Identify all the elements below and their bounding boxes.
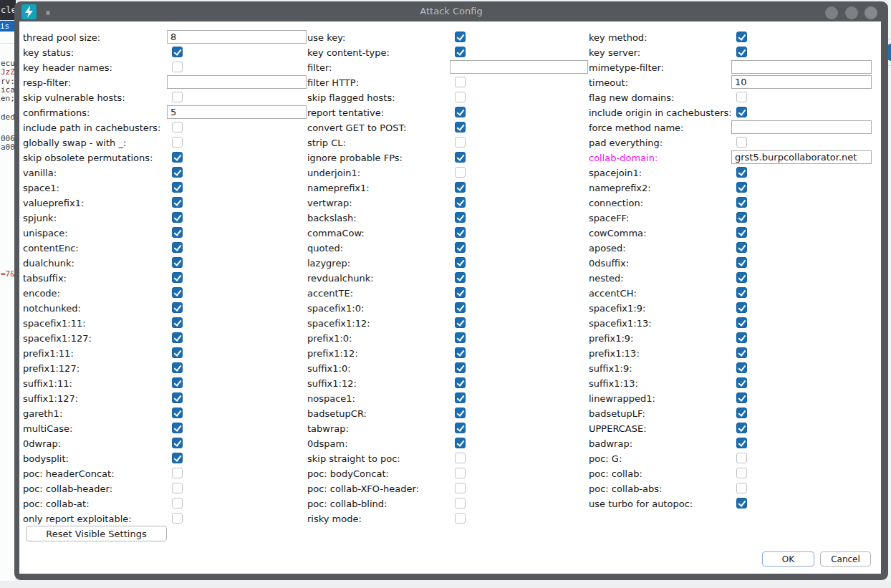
cowcomma-checkbox[interactable]	[736, 227, 747, 238]
spacejoin1-checkbox[interactable]	[736, 167, 747, 178]
accentte-checkbox[interactable]	[455, 287, 466, 298]
badsetupcr-checkbox[interactable]	[455, 408, 466, 418]
nameprefix2-checkbox[interactable]	[736, 182, 747, 193]
key-method-checkbox[interactable]	[736, 32, 747, 42]
key-header-names-checkbox[interactable]	[172, 62, 183, 72]
skip-vulnerable-hosts-checkbox[interactable]	[172, 92, 183, 102]
spacefix1-127-checkbox[interactable]	[172, 332, 183, 343]
vertwrap-checkbox[interactable]	[455, 197, 466, 208]
poc-bodyconcat-checkbox[interactable]	[455, 468, 466, 478]
ok-button[interactable]: OK	[762, 551, 814, 567]
key-content-type-checkbox[interactable]	[455, 47, 466, 57]
prefix1-0-checkbox[interactable]	[455, 332, 466, 343]
poc-g-checkbox[interactable]	[736, 453, 747, 463]
0dspam-checkbox[interactable]	[455, 438, 466, 448]
filter-input[interactable]	[450, 60, 588, 74]
poc-collab-at-checkbox[interactable]	[172, 498, 183, 509]
spjunk-checkbox[interactable]	[172, 212, 183, 223]
suffix1-11-checkbox[interactable]	[172, 377, 183, 388]
multicase-checkbox[interactable]	[172, 423, 183, 433]
poc-headerconcat-checkbox[interactable]	[172, 468, 183, 478]
suffix1-12-checkbox[interactable]	[455, 377, 466, 388]
vanilla-checkbox[interactable]	[172, 167, 183, 178]
poc-collab-xfo-header-checkbox[interactable]	[455, 483, 466, 493]
accentch-checkbox[interactable]	[736, 287, 747, 298]
suffix1-127-checkbox[interactable]	[172, 392, 183, 403]
cancel-button[interactable]: Cancel	[820, 551, 871, 567]
badsetuplf-checkbox[interactable]	[736, 408, 747, 418]
use-turbo-for-autopoc-checkbox[interactable]	[736, 498, 747, 509]
filter-http-checkbox[interactable]	[455, 77, 466, 87]
prefix1-13-checkbox[interactable]	[736, 347, 747, 358]
nested-checkbox[interactable]	[736, 272, 747, 283]
flag-new-domains-checkbox[interactable]	[736, 92, 747, 102]
commacow-checkbox[interactable]	[455, 227, 466, 238]
globally-swap-with-checkbox[interactable]	[172, 137, 183, 148]
suffix1-0-checkbox[interactable]	[455, 362, 466, 373]
space1-checkbox[interactable]	[172, 182, 183, 193]
use-key-checkbox[interactable]	[455, 32, 466, 42]
ignore-probable-fps-checkbox[interactable]	[455, 152, 466, 163]
include-origin-in-cachebusters-checkbox[interactable]	[736, 107, 747, 117]
contentenc-checkbox[interactable]	[172, 242, 183, 253]
prefix1-127-checkbox[interactable]	[172, 362, 183, 373]
badwrap-checkbox[interactable]	[736, 438, 747, 448]
spacefix1-11-checkbox[interactable]	[172, 317, 183, 328]
0dwrap-checkbox[interactable]	[172, 438, 183, 448]
titlebar[interactable]: Attack Config	[14, 1, 888, 21]
tabsuffix-checkbox[interactable]	[172, 272, 183, 283]
uppercase-checkbox[interactable]	[736, 423, 747, 433]
skip-obsolete-permutations-checkbox[interactable]	[172, 152, 183, 163]
report-tentative-checkbox[interactable]	[455, 107, 466, 117]
underjoin1-checkbox[interactable]	[455, 167, 466, 178]
prefix1-11-checkbox[interactable]	[172, 347, 183, 358]
strip-cl-checkbox[interactable]	[455, 137, 466, 148]
valueprefix1-checkbox[interactable]	[172, 197, 183, 208]
unispace-checkbox[interactable]	[172, 227, 183, 238]
aposed-checkbox[interactable]	[736, 242, 747, 253]
revdualchunk-checkbox[interactable]	[455, 272, 466, 283]
spacefix1-13-checkbox[interactable]	[736, 317, 747, 328]
poc-collab-checkbox[interactable]	[736, 468, 747, 478]
tabwrap-checkbox[interactable]	[455, 423, 466, 433]
connection-checkbox[interactable]	[736, 197, 747, 208]
suffix1-9-checkbox[interactable]	[736, 362, 747, 373]
timeout-input[interactable]	[731, 75, 872, 89]
poc-collab-abs-checkbox[interactable]	[736, 483, 747, 493]
encode-checkbox[interactable]	[172, 287, 183, 298]
collab-domain-input[interactable]	[731, 150, 872, 164]
spacefix1-12-checkbox[interactable]	[455, 317, 466, 328]
0dsuffix-checkbox[interactable]	[736, 257, 747, 268]
poc-collab-header-checkbox[interactable]	[172, 483, 183, 493]
spacefix1-9-checkbox[interactable]	[736, 302, 747, 313]
poc-collab-blind-checkbox[interactable]	[455, 498, 466, 509]
nospace1-checkbox[interactable]	[455, 392, 466, 403]
key-server-checkbox[interactable]	[736, 47, 747, 57]
thread-pool-size-input[interactable]	[167, 30, 307, 44]
mimetype-filter-input[interactable]	[731, 60, 872, 74]
risky-mode-checkbox[interactable]	[455, 513, 466, 524]
only-report-exploitable-checkbox[interactable]	[172, 513, 183, 524]
spaceff-checkbox[interactable]	[736, 212, 747, 223]
linewrapped1-checkbox[interactable]	[736, 392, 747, 403]
close-button[interactable]	[864, 6, 877, 19]
reset-visible-settings-button[interactable]: Reset Visible Settings	[26, 526, 167, 541]
maximize-button[interactable]	[845, 6, 858, 19]
spacefix1-0-checkbox[interactable]	[455, 302, 466, 313]
backslash-checkbox[interactable]	[455, 212, 466, 223]
suffix1-13-checkbox[interactable]	[736, 377, 747, 388]
skip-flagged-hosts-checkbox[interactable]	[455, 92, 466, 102]
dualchunk-checkbox[interactable]	[172, 257, 183, 268]
include-path-in-cachebusters-checkbox[interactable]	[172, 122, 183, 132]
minimize-button[interactable]	[825, 6, 838, 19]
confirmations-input[interactable]	[167, 105, 307, 119]
convert-get-to-post-checkbox[interactable]	[455, 122, 466, 132]
quoted-checkbox[interactable]	[455, 242, 466, 253]
key-status-checkbox[interactable]	[172, 47, 183, 57]
gareth1-checkbox[interactable]	[172, 408, 183, 418]
resp-filter-input[interactable]	[167, 75, 307, 89]
bodysplit-checkbox[interactable]	[172, 453, 183, 463]
lazygrep-checkbox[interactable]	[455, 257, 466, 268]
skip-straight-to-poc-checkbox[interactable]	[455, 453, 466, 463]
force-method-name-input[interactable]	[731, 120, 872, 134]
